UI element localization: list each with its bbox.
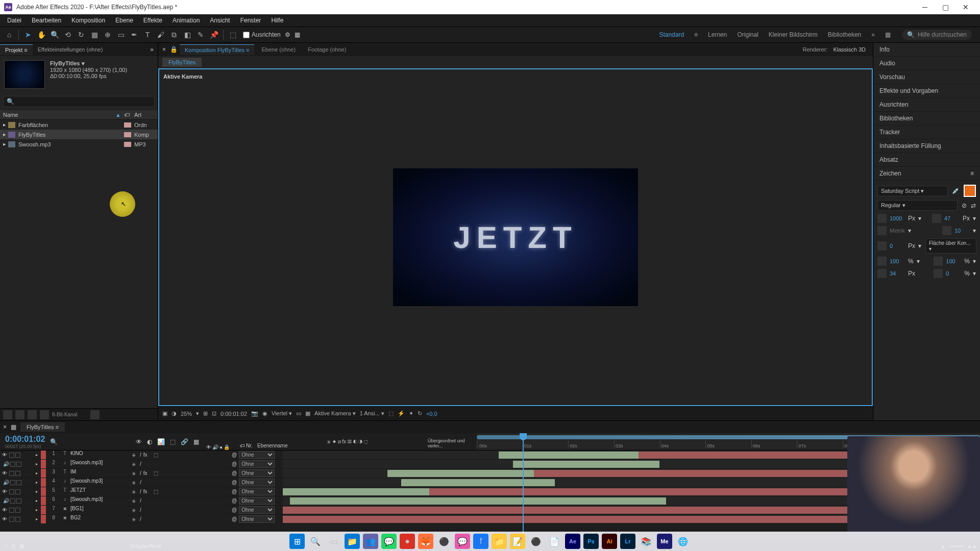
- parent-dropdown[interactable]: Ohne: [239, 451, 275, 459]
- parent-dropdown[interactable]: Ohne: [239, 506, 275, 514]
- fill-over-dropdown[interactable]: Fläche über Kon... ▾: [925, 238, 976, 254]
- help-search[interactable]: 🔍 Hilfe durchsuchen: [902, 30, 972, 40]
- switch-lock-icon[interactable]: 🔒: [224, 444, 230, 450]
- menu-datei[interactable]: Datei: [2, 15, 27, 26]
- parent-dropdown[interactable]: Ohne: [239, 488, 275, 495]
- parent-dropdown[interactable]: Ohne: [239, 515, 275, 523]
- font-size-value[interactable]: 1000: [890, 215, 905, 221]
- panel-effekte-vorgaben[interactable]: Effekte und Vorgaben: [873, 84, 980, 98]
- messenger-icon[interactable]: 💬: [455, 534, 470, 549]
- eraser-tool-icon[interactable]: ◧: [181, 29, 193, 41]
- timeline-layer-row[interactable]: 👁 ▸ 7 ■ [BG1] ⚹/ @Ohne: [0, 506, 980, 515]
- tab-ebene[interactable]: Ebene (ohne): [256, 44, 301, 55]
- hand-tool-icon[interactable]: ✋: [35, 29, 47, 41]
- col-name[interactable]: Name: [3, 112, 115, 118]
- snap-toggle-icon[interactable]: ⬚: [227, 29, 239, 41]
- selection-tool-icon[interactable]: ➤: [22, 29, 34, 41]
- panel-bibliotheken[interactable]: Bibliotheken: [873, 112, 980, 126]
- roto-tool-icon[interactable]: ✎: [194, 29, 207, 41]
- bpc-label[interactable]: 8-Bit-Kanal: [52, 412, 77, 417]
- workspace-more-icon[interactable]: »: [871, 31, 875, 38]
- pen-tool-icon[interactable]: ✒: [128, 29, 140, 41]
- tab-footage[interactable]: Footage (ohne): [303, 44, 351, 55]
- workspace-original[interactable]: Original: [737, 31, 758, 38]
- project-search[interactable]: 🔍: [3, 96, 155, 107]
- clone-tool-icon[interactable]: ⧉: [168, 29, 180, 41]
- whatsapp-icon[interactable]: 💬: [381, 534, 397, 549]
- viewer-canvas-area[interactable]: Aktive Kamera JETZT: [158, 68, 873, 406]
- tl-render-icon[interactable]: ▦: [193, 438, 199, 445]
- panel-zeichen[interactable]: Zeichen≡: [873, 167, 980, 181]
- maximize-button[interactable]: ▢: [935, 0, 955, 14]
- teams-icon[interactable]: 👥: [363, 534, 378, 549]
- kerning-value[interactable]: Metrik: [890, 228, 905, 234]
- facebook-icon[interactable]: f: [473, 534, 488, 549]
- tl-graph-icon[interactable]: 📊: [157, 438, 165, 445]
- timeline-layers[interactable]: 👁 ▸ 1 T KINO ⚹/fx⬚ @Ohne 🔊 ▸ 2 ♪ [Swoosh…: [0, 450, 980, 541]
- viewer-lock-icon[interactable]: 🔒: [170, 46, 178, 53]
- timeline-tab[interactable]: FlyByTitles ≡: [20, 422, 65, 432]
- panel-inhaltsbasierte-fuellung[interactable]: Inhaltsbasierte Füllung: [873, 139, 980, 153]
- col-art[interactable]: Art: [134, 112, 155, 118]
- vf-alpha-icon[interactable]: ▣: [162, 410, 167, 417]
- menu-komposition[interactable]: Komposition: [66, 15, 110, 26]
- menu-fenster[interactable]: Fenster: [235, 15, 266, 26]
- eyedropper-icon[interactable]: 💉: [952, 187, 960, 194]
- globe-icon[interactable]: 🌐: [675, 534, 691, 549]
- orbit-tool-icon[interactable]: ⟲: [62, 29, 74, 41]
- new-folder-icon[interactable]: [15, 410, 24, 419]
- renderer-value[interactable]: Klassisch 3D: [833, 46, 866, 53]
- home-icon[interactable]: ⌂: [3, 29, 15, 41]
- tl-draft3d-icon[interactable]: ⬚: [170, 438, 176, 445]
- timeline-layer-row[interactable]: 🔊 ▸ 4 ♪ [Swoosh.mp3] ⚹/ @Ohne: [0, 478, 980, 487]
- workspace-bibliotheken[interactable]: Bibliotheken: [828, 31, 861, 38]
- hscale-value[interactable]: 100: [946, 258, 961, 264]
- vf-snapshot-icon[interactable]: 📷: [251, 410, 258, 417]
- taskview-icon[interactable]: ▭: [326, 534, 341, 549]
- project-item[interactable]: ▸FlyByTitlesKomp: [0, 130, 158, 139]
- timeline-layer-row[interactable]: 👁 ▸ 8 ■ BG2 ⚹/ @Ohne: [0, 515, 980, 524]
- menu-ebene[interactable]: Ebene: [110, 15, 138, 26]
- workspace-bar-icon[interactable]: ≡: [694, 31, 698, 38]
- project-item[interactable]: ▸FarbflächenOrdn: [0, 120, 158, 130]
- zoom-dropdown-icon[interactable]: ▾: [196, 410, 199, 417]
- rect-tool-icon[interactable]: ▭: [115, 29, 127, 41]
- zoom-tool-icon[interactable]: 🔍: [48, 29, 61, 41]
- exposure-value[interactable]: +0,0: [426, 411, 437, 417]
- pan-behind-tool-icon[interactable]: ⊕: [102, 29, 114, 41]
- project-item[interactable]: ▸Swoosh.mp3MP3: [0, 139, 158, 149]
- workspace-standard[interactable]: Standard: [659, 31, 684, 38]
- tl-blur-icon[interactable]: ◐: [147, 438, 152, 445]
- swap-colors-icon[interactable]: ⇄: [971, 202, 976, 209]
- switch-speaker-icon[interactable]: 🔊: [212, 444, 218, 450]
- snap-grid-icon[interactable]: ▦: [295, 31, 300, 38]
- snap-options-icon[interactable]: ⚙: [285, 31, 290, 38]
- tab-effekteinstellungen[interactable]: Effekteinstellungen (ohne): [33, 44, 108, 55]
- leading-value[interactable]: 47: [944, 215, 960, 221]
- adjust-icon[interactable]: [40, 410, 49, 419]
- camera-tool-icon[interactable]: ▦: [88, 29, 101, 41]
- col-label[interactable]: 🏷: [124, 112, 134, 118]
- no-stroke-icon[interactable]: ⊘: [962, 202, 967, 209]
- vscale-value[interactable]: 100: [890, 258, 905, 264]
- tl-close-icon[interactable]: ×: [3, 423, 7, 431]
- tl-link-icon[interactable]: 🔗: [181, 438, 188, 445]
- menu-ansicht[interactable]: Ansicht: [205, 15, 235, 26]
- camera-dropdown[interactable]: Aktive Kamera ▾: [314, 410, 356, 417]
- trash-icon[interactable]: [90, 410, 100, 419]
- font-family-dropdown[interactable]: Saturday Script ▾: [877, 186, 948, 196]
- puppet-tool-icon[interactable]: 📌: [208, 29, 220, 41]
- vf-roi-icon[interactable]: ▭: [296, 410, 301, 417]
- switch-solo-icon[interactable]: ●: [219, 444, 223, 450]
- vf-fast-icon[interactable]: ✦: [409, 410, 413, 417]
- project-item-list[interactable]: ▸FarbflächenOrdn▸FlyByTitlesKomp▸Swoosh.…: [0, 120, 158, 408]
- tl-search-icon[interactable]: 🔍: [50, 438, 58, 445]
- vf-transparent-icon[interactable]: ▦: [305, 410, 310, 417]
- stroke-width-value[interactable]: 0: [890, 243, 905, 249]
- viewer-subtab[interactable]: FlyByTitles: [162, 58, 202, 67]
- brush-tool-icon[interactable]: 🖌: [155, 29, 167, 41]
- timeline-layer-row[interactable]: 🔊 ▸ 6 ♪ [Swoosh.mp3] ⚹/ @Ohne: [0, 496, 980, 506]
- viewer-close-icon[interactable]: ×: [160, 46, 168, 53]
- photoshop-icon[interactable]: Ps: [583, 534, 599, 549]
- timeline-layer-row[interactable]: 👁 ▸ 5 T JETZT ⚹/fx⬚ @Ohne: [0, 487, 980, 496]
